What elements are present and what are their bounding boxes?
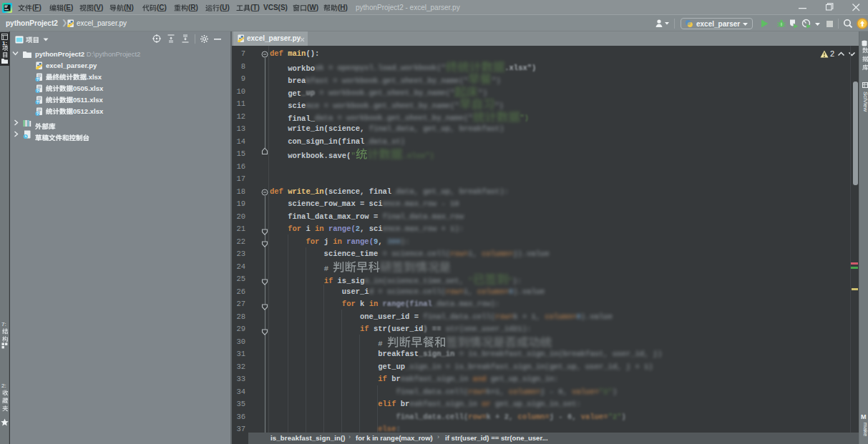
svg-text:?: ? — [36, 77, 39, 82]
svg-text:?: ? — [36, 112, 39, 116]
svg-text:?: ? — [36, 89, 39, 93]
svg-text:?: ? — [36, 100, 39, 104]
